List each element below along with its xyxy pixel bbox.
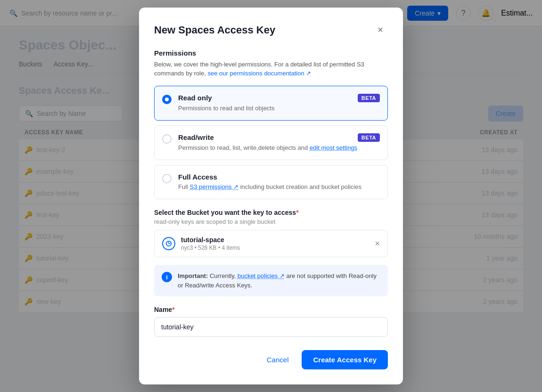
bucket-section: Select the Bucket you want the key to ac… xyxy=(154,209,388,257)
bucket-meta: nyc3 • 528 KB • 4 items xyxy=(181,245,240,251)
perm-full-access-name: Full Access xyxy=(178,173,217,181)
name-input[interactable] xyxy=(154,317,388,337)
modal-close-button[interactable]: × xyxy=(373,23,388,38)
bucket-section-hint: read-only keys are scoped to a single bu… xyxy=(154,218,388,225)
permissions-label: Permissions xyxy=(154,49,388,57)
bucket-icon xyxy=(162,237,175,250)
perm-read-only-name: Read only xyxy=(178,94,212,102)
bucket-policies-link[interactable]: bucket policies ↗ xyxy=(238,272,285,279)
name-section: Name* xyxy=(154,306,388,337)
modal-footer: Cancel Create Access Key xyxy=(154,350,388,369)
s3-permissions-link[interactable]: S3 permissions ↗ xyxy=(190,183,238,190)
modal-overlay: New Spaces Access Key × Permissions Belo… xyxy=(0,0,542,392)
permission-full-access[interactable]: Full Access Full S3 permissions ↗ includ… xyxy=(154,165,388,199)
cancel-button[interactable]: Cancel xyxy=(259,351,296,368)
bucket-selected-container: tutorial-space nyc3 • 528 KB • 4 items × xyxy=(154,230,388,257)
info-icon: i xyxy=(162,272,172,282)
bucket-details: tutorial-space nyc3 • 528 KB • 4 items xyxy=(181,236,240,251)
radio-read-only xyxy=(162,95,172,104)
read-only-beta-badge: BETA xyxy=(358,94,380,102)
permissions-section: Permissions Below, we cover the high-lev… xyxy=(154,49,388,200)
bucket-name: tutorial-space xyxy=(181,236,240,244)
permissions-docs-link[interactable]: see our permissions documentation ↗ xyxy=(207,70,311,77)
info-banner: i Important: Currently, bucket policies … xyxy=(154,265,388,296)
bucket-clear-button[interactable]: × xyxy=(375,239,380,249)
bucket-info: tutorial-space nyc3 • 528 KB • 4 items xyxy=(162,236,240,251)
perm-read-write-desc: Permission to read, list, write,delete o… xyxy=(178,144,380,152)
perm-read-write-header: Read/write BETA xyxy=(178,133,380,142)
perm-full-access-content: Full Access Full S3 permissions ↗ includ… xyxy=(178,173,380,191)
modal-title: New Spaces Access Key xyxy=(154,24,275,36)
perm-read-only-desc: Permissions to read and list objects xyxy=(178,104,380,113)
perm-full-access-header: Full Access xyxy=(178,173,380,181)
radio-full-access xyxy=(162,174,172,183)
perm-full-access-desc: Full S3 permissions ↗ including bucket c… xyxy=(178,183,380,191)
radio-inner-read-only xyxy=(165,98,169,101)
perm-read-write-content: Read/write BETA Permission to read, list… xyxy=(178,133,380,152)
edit-most-settings-link[interactable]: edit most settings xyxy=(310,144,357,151)
modal-header: New Spaces Access Key × xyxy=(154,23,388,38)
create-access-key-button[interactable]: Create Access Key xyxy=(302,350,388,369)
permissions-description: Below, we cover the high-level permissio… xyxy=(154,60,388,78)
name-required-indicator: * xyxy=(172,306,174,313)
new-access-key-modal: New Spaces Access Key × Permissions Belo… xyxy=(139,8,403,385)
permission-read-write[interactable]: Read/write BETA Permission to read, list… xyxy=(154,125,388,160)
read-write-beta-badge: BETA xyxy=(358,133,380,142)
perm-read-write-name: Read/write xyxy=(178,133,214,141)
perm-read-only-content: Read only BETA Permissions to read and l… xyxy=(178,94,380,113)
permission-read-only[interactable]: Read only BETA Permissions to read and l… xyxy=(154,86,388,121)
info-text: Important: Currently, bucket policies ↗ … xyxy=(178,271,380,290)
bucket-required-indicator: * xyxy=(296,209,298,216)
bucket-section-label: Select the Bucket you want the key to ac… xyxy=(154,209,388,216)
name-label: Name* xyxy=(154,306,388,313)
radio-read-write xyxy=(162,134,172,144)
perm-read-only-header: Read only BETA xyxy=(178,94,380,102)
